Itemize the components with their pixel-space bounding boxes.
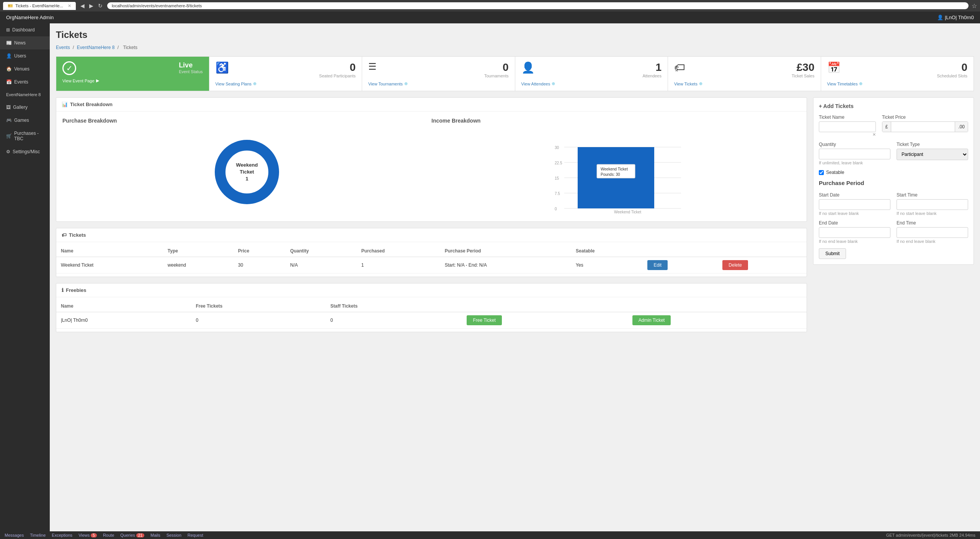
fth-free-tickets: Free Tickets: [191, 300, 326, 312]
start-date-input[interactable]: [819, 199, 890, 210]
address-bar[interactable]: localhost/admin/events/eventnamehere-8/t…: [107, 2, 969, 9]
plus-circle-icon4: ⊕: [699, 81, 702, 86]
edit-button[interactable]: Edit: [647, 260, 668, 270]
debug-route[interactable]: Route: [103, 533, 114, 537]
sidebar-item-purchases[interactable]: 🛒 Purchases - TBC: [0, 127, 50, 145]
view-tournaments-link[interactable]: View Tournaments ⊕: [368, 81, 509, 86]
name-price-row: Ticket Name ✕ Ticket Price £ .0: [819, 115, 968, 137]
sidebar-item-eventnamehere8[interactable]: EventNameHere 8: [0, 88, 50, 101]
th-edit: [643, 245, 718, 257]
start-time-input[interactable]: [897, 199, 968, 210]
clear-icon[interactable]: ✕: [872, 132, 876, 137]
stat-card-tournaments: ☰ 0 Tournaments View Tournaments ⊕: [362, 57, 515, 91]
quantity-type-row: Quantity If unlimited, leave blank Ticke…: [819, 142, 968, 165]
sidebar-item-gallery[interactable]: 🖼 Gallery: [0, 101, 50, 114]
ticket-sales-label: Ticket Sales: [792, 74, 815, 78]
ticket-type-select[interactable]: Participant: [897, 149, 968, 160]
venues-icon: 🏠: [6, 66, 12, 72]
breadcrumb-events[interactable]: Events: [56, 45, 70, 50]
ticket-name-label: Ticket Name: [819, 115, 876, 120]
end-date-input[interactable]: [819, 227, 890, 238]
left-panel: 📊 Ticket Breakdown Purchase Breakdown: [56, 97, 807, 332]
wheelchair-icon: ♿: [216, 61, 229, 74]
submit-button[interactable]: Submit: [819, 248, 846, 259]
price-input-wrapper: £ .00: [882, 121, 968, 132]
ticket-type-group: Ticket Type Participant: [897, 142, 968, 165]
tickets-panel-header: 🏷 Tickets: [56, 228, 807, 242]
right-panel: + Add Tickets Ticket Name ✕ T: [813, 97, 974, 332]
sidebar-item-users[interactable]: 👤 Users: [0, 49, 50, 62]
end-time-input[interactable]: [897, 227, 968, 238]
sidebar-item-settings[interactable]: ⚙ Settings/Misc: [0, 145, 50, 158]
add-tickets-form: + Add Tickets Ticket Name ✕ T: [813, 98, 973, 264]
seatable-checkbox[interactable]: [819, 170, 824, 175]
quantity-group: Quantity If unlimited, leave blank: [819, 142, 890, 165]
add-tickets-title: + Add Tickets: [819, 103, 968, 109]
bar-chart-svg: 0 7.5 15 22.5 30: [431, 130, 800, 214]
sidebar-item-news[interactable]: 📰 News: [0, 36, 50, 49]
end-date-group: End Date If no end leave blank: [819, 220, 890, 244]
breadcrumb-sep2: /: [118, 45, 119, 50]
debug-request[interactable]: Request: [188, 533, 203, 537]
view-attendees-link[interactable]: View Attendees ⊕: [521, 81, 662, 86]
row-quantity: N/A: [286, 257, 357, 274]
debug-right-info: GET admin/events/{event}/tickets 2MB 24.…: [886, 533, 975, 537]
tab-close[interactable]: ✕: [68, 3, 71, 8]
donut-chart: Weekend Ticket 1: [212, 138, 281, 206]
browser-tab[interactable]: 🎫 Tickets - EventNameHe... ✕: [3, 2, 76, 10]
breadcrumb-event[interactable]: EventNameHere 8: [77, 45, 115, 50]
end-hint: If no end leave blank: [819, 239, 890, 244]
tickets-table-wrapper: Name Type Price Quantity Purchased Purch…: [56, 242, 807, 277]
view-event-page-link[interactable]: View Event Page ▶: [62, 78, 203, 83]
price-suffix: .00: [955, 122, 968, 132]
start-date-group: Start Date If no start leave blank: [819, 192, 890, 216]
refresh-button[interactable]: ↻: [96, 2, 104, 10]
forward-button[interactable]: ▶: [88, 2, 95, 10]
debug-views-link[interactable]: Views: [78, 533, 90, 537]
freebies-panel-header: ℹ Freebies: [56, 283, 807, 297]
view-timetables-link[interactable]: View Timetables ⊕: [827, 81, 968, 86]
event-status-label: Event Status: [179, 69, 203, 74]
frow-admin-ticket-cell: Admin Ticket: [628, 312, 807, 329]
sidebar-item-dashboard[interactable]: ⊞ Dashboard: [0, 23, 50, 36]
svg-text:22.5: 22.5: [555, 161, 562, 165]
debug-messages[interactable]: Messages: [5, 533, 24, 537]
ticket-name-input[interactable]: [819, 121, 876, 132]
app-name: OrgNameHere Admin: [6, 15, 54, 20]
view-tickets-link[interactable]: View Tickets ⊕: [674, 81, 815, 86]
row-type: weekend: [163, 257, 234, 274]
row-seatable: Yes: [571, 257, 643, 274]
main-layout: ⊞ Dashboard 📰 News 👤 Users 🏠 Venues 📅 Ev…: [0, 23, 980, 531]
freebies-table-wrapper: Name Free Tickets Staff Tickets: [56, 297, 807, 332]
seated-value: 0: [319, 61, 356, 74]
start-date-label: Start Date: [819, 192, 890, 198]
debug-timeline[interactable]: Timeline: [30, 533, 46, 537]
stats-row: ✓ Live Event Status View Event Page ▶: [56, 56, 974, 91]
end-time-label: End Time: [897, 220, 968, 226]
debug-mails[interactable]: Mails: [150, 533, 160, 537]
start-time-group: Start Time If no start leave blank: [897, 192, 968, 216]
quantity-input[interactable]: [819, 149, 890, 159]
freebies-panel: ℹ Freebies Name Free Tickets Staff Ticke…: [56, 283, 807, 332]
debug-exceptions[interactable]: Exceptions: [52, 533, 72, 537]
debug-queries-link[interactable]: Queries: [120, 533, 135, 537]
app: OrgNameHere Admin 👤 |LnO| Th0rn0 ⊞ Dashb…: [0, 11, 980, 539]
view-seating-link[interactable]: View Seating Plans ⊕: [216, 81, 356, 86]
debug-session[interactable]: Session: [167, 533, 181, 537]
sidebar-item-label: Games: [14, 118, 29, 123]
arrow-icon: ▶: [96, 78, 99, 83]
delete-button[interactable]: Delete: [722, 260, 748, 270]
back-button[interactable]: ◀: [79, 2, 86, 10]
sidebar-item-events[interactable]: 📅 Events: [0, 75, 50, 88]
price-input[interactable]: [891, 122, 955, 132]
sidebar-item-games[interactable]: 🎮 Games: [0, 114, 50, 127]
admin-ticket-button[interactable]: Admin Ticket: [632, 315, 671, 325]
end-date-label: End Date: [819, 220, 890, 226]
table-row: Weekend Ticket weekend 30 N/A 1 Start: N…: [56, 257, 807, 274]
sidebar-item-label: Purchases - TBC: [14, 131, 44, 141]
free-ticket-button[interactable]: Free Ticket: [467, 315, 501, 325]
freebies-table: Name Free Tickets Staff Tickets: [56, 300, 807, 329]
stat-card-attendees: 👤 1 Attendees View Attendees ⊕: [515, 57, 668, 91]
sidebar-item-venues[interactable]: 🏠 Venues: [0, 62, 50, 75]
chart-icon: 📊: [62, 102, 68, 107]
